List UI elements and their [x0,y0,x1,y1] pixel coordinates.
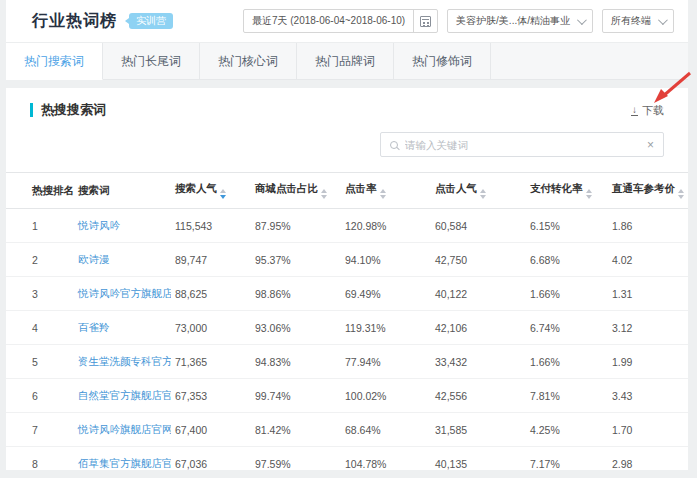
col-header-mall-click-ratio[interactable]: 商城点击占比 [251,173,341,209]
cell-click-rate: 104.78% [341,447,431,478]
search-box: × [380,132,664,157]
cell-click-rate: 100.02% [341,379,431,413]
col-header-ztc-ref-price[interactable]: 直通车参考价 [608,173,688,209]
cell-pay-conversion: 7.17% [526,447,608,478]
cell-click-popularity: 42,106 [431,311,526,345]
cell-rank: 4 [6,311,74,345]
col-header-pay-conversion[interactable]: 支付转化率 [526,173,608,209]
cell-click-popularity: 42,556 [431,379,526,413]
col-header-keyword: 搜索词 [74,173,171,209]
cell-click-rate: 68.64% [341,413,431,447]
cell-rank: 1 [6,209,74,243]
table-header-row: 热搜排名 搜索词 搜索人气 商城点击占比 点击率 点击人气 支付转化率 直通车参… [6,173,688,209]
cell-ztc-ref-price: 3.43 [608,379,688,413]
cell-click-popularity: 31,585 [431,413,526,447]
toolbar: 最近7天 (2018-06-04~2018-06-10) 美容护肤/美...体/… [243,9,674,33]
cell-search-popularity: 89,747 [171,243,251,277]
cell-pay-conversion: 6.68% [526,243,608,277]
cell-keyword: 悦诗风吟官方旗舰店.. [74,277,171,311]
sort-icon [220,189,226,199]
cell-ztc-ref-price: 1.86 [608,209,688,243]
cell-ztc-ref-price: 1.99 [608,345,688,379]
keyword-link[interactable]: 百雀羚 [78,321,110,333]
cell-keyword: 悦诗风吟旗舰店官网 [74,413,171,447]
cell-keyword: 百雀羚 [74,311,171,345]
tab-bar-filler [491,43,688,80]
date-range-picker[interactable]: 最近7天 (2018-06-04~2018-06-10) [243,9,438,33]
cell-keyword: 佰草集官方旗舰店官网 [74,447,171,478]
clear-icon[interactable]: × [647,139,654,151]
sort-icon [321,189,327,199]
cell-keyword: 自然堂官方旗舰店官.. [74,379,171,413]
download-button[interactable]: ↓ 下载 [631,103,664,118]
cell-rank: 2 [6,243,74,277]
tab-hot-modifier-words[interactable]: 热门修饰词 [394,43,491,80]
cell-rank: 5 [6,345,74,379]
sort-icon [480,189,486,199]
promo-badge-label: 实训营 [136,15,166,26]
tab-hot-brand-words[interactable]: 热门品牌词 [297,43,394,80]
cell-click-popularity: 40,135 [431,447,526,478]
col-header-click-popularity[interactable]: 点击人气 [431,173,526,209]
keyword-link[interactable]: 资生堂洗颜专科官方旗舰 [78,355,171,367]
cell-ztc-ref-price: 4.02 [608,243,688,277]
keyword-link[interactable]: 悦诗风吟 [78,219,120,231]
tab-hot-search-words[interactable]: 热门搜索词 [6,43,103,80]
cell-pay-conversion: 6.74% [526,311,608,345]
section-title: 热搜搜索词 [41,101,106,119]
sort-icon [586,189,592,199]
keyword-link[interactable]: 悦诗风吟旗舰店官网 [78,423,171,435]
cell-search-popularity: 67,353 [171,379,251,413]
header-row: 行业热词榜 实训营 最近7天 (2018-06-04~2018-06-10) 美… [6,0,688,42]
cell-ztc-ref-price: 1.70 [608,413,688,447]
cell-search-popularity: 73,000 [171,311,251,345]
cell-click-rate: 120.98% [341,209,431,243]
calendar-button[interactable] [413,10,437,32]
sort-icon [380,189,386,199]
cell-click-popularity: 60,584 [431,209,526,243]
chevron-down-icon [577,15,587,25]
tab-hot-longtail-words[interactable]: 热门长尾词 [103,43,200,80]
keyword-link[interactable]: 欧诗漫 [78,253,110,265]
cell-search-popularity: 88,625 [171,277,251,311]
sort-icon [678,189,684,199]
cell-rank: 3 [6,277,74,311]
download-icon: ↓ [631,105,638,116]
cell-mall-click-ratio: 93.06% [251,311,341,345]
calendar-icon [420,16,431,27]
keyword-link[interactable]: 悦诗风吟官方旗舰店.. [78,287,171,299]
cell-keyword: 资生堂洗颜专科官方旗舰 [74,345,171,379]
tab-hot-core-words[interactable]: 热门核心词 [200,43,297,80]
cell-keyword: 欧诗漫 [74,243,171,277]
cell-mall-click-ratio: 95.37% [251,243,341,277]
title-wrap: 行业热词榜 实训营 [32,11,173,32]
col-header-click-rate[interactable]: 点击率 [341,173,431,209]
cell-mall-click-ratio: 97.59% [251,447,341,478]
download-label: 下载 [642,103,664,118]
keyword-link[interactable]: 佰草集官方旗舰店官网 [78,457,171,469]
cell-mall-click-ratio: 98.86% [251,277,341,311]
promo-badge[interactable]: 实训营 [129,13,173,29]
cell-ztc-ref-price: 1.31 [608,277,688,311]
cell-click-rate: 119.31% [341,311,431,345]
table-row: 5 资生堂洗颜专科官方旗舰 71,365 94.83% 77.94% 33,43… [6,345,688,379]
keyword-link[interactable]: 自然堂官方旗舰店官.. [78,389,171,401]
cell-mall-click-ratio: 99.74% [251,379,341,413]
table-row: 3 悦诗风吟官方旗舰店.. 88,625 98.86% 69.49% 40,12… [6,277,688,311]
content-card: 热搜搜索词 ↓ 下载 × 热搜排名 搜索词 搜索人气 商城点击占比 点击率 点击… [6,88,688,470]
cell-mall-click-ratio: 81.42% [251,413,341,447]
table-row: 8 佰草集官方旗舰店官网 67,036 97.59% 104.78% 40,13… [6,447,688,478]
cell-search-popularity: 115,543 [171,209,251,243]
col-header-search-popularity[interactable]: 搜索人气 [171,173,251,209]
device-select[interactable]: 所有终端 [602,9,674,33]
cell-search-popularity: 67,036 [171,447,251,478]
cell-click-popularity: 40,122 [431,277,526,311]
cell-rank: 6 [6,379,74,413]
table-row: 7 悦诗风吟旗舰店官网 67,400 81.42% 68.64% 31,585 … [6,413,688,447]
industry-select-value: 美容护肤/美...体/精油事业 [456,14,570,28]
search-input[interactable] [405,139,640,151]
section-title-wrap: 热搜搜索词 [30,101,106,119]
cell-mall-click-ratio: 94.83% [251,345,341,379]
industry-select[interactable]: 美容护肤/美...体/精油事业 [447,9,593,33]
cell-keyword: 悦诗风吟 [74,209,171,243]
